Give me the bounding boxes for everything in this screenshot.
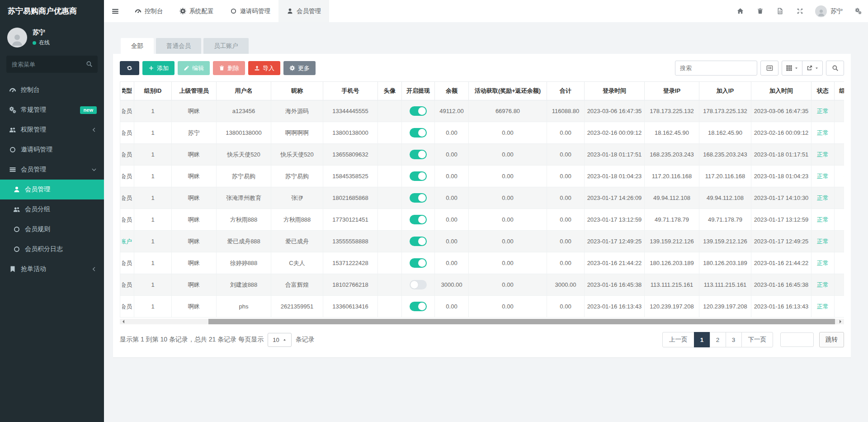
withdraw-toggle[interactable] (410, 193, 427, 203)
topnav-invite-codes[interactable]: 邀请码管理 (222, 0, 279, 22)
sidebar-item-members-parent[interactable]: 会员管理 (0, 160, 104, 180)
cell-total: 0.00 (547, 144, 585, 166)
cell-phone: 18021685868 (323, 187, 378, 209)
withdraw-toggle[interactable] (410, 237, 427, 246)
withdraw-toggle[interactable] (410, 258, 427, 268)
home-icon (737, 8, 744, 14)
fullscreen-button[interactable] (790, 0, 810, 22)
export-icon (806, 65, 813, 71)
sidebar-item-order-activity[interactable]: 抢单活动 (0, 259, 104, 279)
sidebar-item-member-score-log[interactable]: 会员积分日志 (0, 239, 104, 259)
prev-page-button[interactable]: 上一页 (662, 332, 694, 347)
sidebar-search-input[interactable] (6, 56, 98, 73)
edit-button[interactable]: 编辑 (178, 61, 210, 75)
columns-button[interactable] (782, 61, 802, 76)
jump-button[interactable]: 跳转 (819, 332, 844, 347)
topnav-system-config[interactable]: 系统配置 (171, 0, 222, 22)
table-search-input[interactable] (675, 61, 757, 76)
column-header-nickname[interactable]: 昵称 (271, 82, 323, 100)
column-header-login_time[interactable]: 登录时间 (585, 82, 645, 100)
page-button-2[interactable]: 2 (710, 332, 726, 347)
more-button[interactable]: 更多 (283, 61, 316, 75)
column-header-phone[interactable]: 手机号 (323, 82, 378, 100)
search-icon (86, 61, 93, 69)
sidebar-item-general[interactable]: 常规管理 new (0, 100, 104, 120)
add-button[interactable]: 添加 (142, 61, 175, 75)
withdraw-toggle[interactable] (410, 215, 427, 224)
withdraw-toggle[interactable] (410, 106, 427, 116)
column-header-login_ip[interactable]: 登录IP (645, 82, 699, 100)
column-header-group_id[interactable]: 组别ID (134, 82, 172, 100)
topnav-member-management[interactable]: 会员管理 (278, 0, 329, 22)
search-button[interactable] (826, 61, 844, 76)
withdraw-toggle[interactable] (410, 171, 427, 181)
page-size-select[interactable]: 10 (268, 333, 291, 347)
cell-avatar (378, 296, 402, 318)
home-button[interactable] (730, 0, 750, 22)
cell-status: 正常 (811, 231, 835, 252)
withdraw-toggle[interactable] (410, 150, 427, 159)
page-button-1[interactable]: 1 (694, 332, 710, 347)
import-button[interactable]: 导入 (248, 61, 280, 75)
cell-admin: 啊眯 (172, 187, 217, 209)
sidebar-item-member-management[interactable]: 会员管理 (0, 180, 104, 199)
cell-withdraw (402, 166, 435, 187)
table-row: 普通会员1啊眯方秋雨888方秋雨888177301214510.000.000.… (120, 209, 844, 231)
clear-button[interactable] (750, 0, 770, 22)
column-header-group_name[interactable]: 组名 (835, 82, 844, 100)
column-header-username[interactable]: 用户名 (217, 82, 271, 100)
column-header-withdraw[interactable]: 开启提现 (402, 82, 435, 100)
tab-normal-members[interactable]: 普通会员 (156, 38, 201, 54)
column-header-status[interactable]: 状态 (811, 82, 835, 100)
topnav-dashboard[interactable]: 控制台 (127, 0, 171, 22)
column-header-join_ip[interactable]: 加入IP (699, 82, 751, 100)
sidebar-toggle-button[interactable] (104, 0, 127, 22)
column-header-admin[interactable]: 上级管理员 (172, 82, 217, 100)
cell-group_id: 1 (134, 296, 172, 318)
sidebar-item-member-rules[interactable]: 会员规则 (0, 219, 104, 239)
cell-join_time: 2023-03-06 16:47:35 (751, 100, 811, 122)
sidebar-item-invite-codes[interactable]: 邀请码管理 (0, 140, 104, 160)
tab-staff-accounts[interactable]: 员工账户 (203, 38, 249, 54)
cell-login_ip: 120.239.197.208 (645, 296, 699, 318)
withdraw-toggle[interactable] (410, 128, 427, 138)
cell-username: phs (217, 296, 271, 318)
circle-icon (9, 146, 16, 153)
withdraw-toggle[interactable] (410, 302, 427, 311)
clear-cache-button[interactable] (770, 0, 790, 22)
settings-button[interactable] (848, 0, 868, 22)
column-header-type[interactable]: 类型 (120, 82, 134, 100)
cell-activity: 0.00 (469, 166, 547, 187)
withdraw-toggle[interactable] (410, 280, 427, 289)
topbar-user-menu[interactable]: 苏宁 (810, 0, 848, 22)
cell-type: 普通会员 (120, 122, 134, 144)
column-header-activity[interactable]: 活动获取(奖励+返还余额) (469, 82, 547, 100)
detail-view-button[interactable] (760, 61, 778, 76)
tab-all[interactable]: 全部 (121, 38, 154, 54)
refresh-icon (127, 65, 132, 71)
cell-nickname: C夫人 (271, 252, 323, 274)
delete-button[interactable]: 删除 (213, 61, 245, 75)
scroll-right-arrow[interactable] (837, 319, 844, 324)
cell-admin: 啊眯 (172, 166, 217, 187)
scrollbar-track[interactable] (127, 319, 837, 324)
refresh-button[interactable] (120, 61, 139, 75)
cell-username: 13800138000 (217, 122, 271, 144)
column-header-total[interactable]: 合计 (547, 82, 585, 100)
speedometer-icon (135, 8, 142, 14)
cell-group_id: 1 (134, 144, 172, 166)
column-header-join_time[interactable]: 加入时间 (751, 82, 811, 100)
column-header-balance[interactable]: 余额 (435, 82, 469, 100)
export-button[interactable] (802, 61, 823, 76)
page-button-3[interactable]: 3 (726, 332, 742, 347)
jump-page-input[interactable] (780, 332, 814, 347)
scrollbar-thumb[interactable] (208, 319, 835, 324)
trash-icon (757, 8, 764, 14)
sidebar-item-dashboard[interactable]: 控制台 (0, 80, 104, 100)
cell-username: 张淹潭州教育 (217, 187, 271, 209)
sidebar-item-permissions[interactable]: 权限管理 (0, 120, 104, 140)
scroll-left-arrow[interactable] (120, 319, 127, 324)
sidebar-item-member-groups[interactable]: 会员分组 (0, 199, 104, 219)
column-header-avatar[interactable]: 头像 (378, 82, 402, 100)
next-page-button[interactable]: 下一页 (741, 332, 774, 347)
